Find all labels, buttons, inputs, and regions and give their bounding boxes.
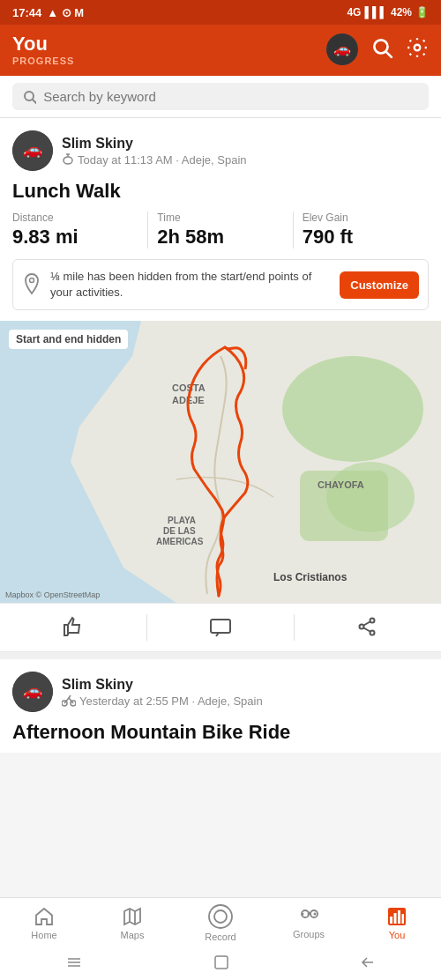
groups-icon	[297, 907, 320, 926]
svg-point-12	[30, 278, 34, 283]
map-svg: COSTA ADEJE PLAYA DE LAS AMERICAS CHAYOF…	[0, 321, 441, 603]
activity-title-2: Afternoon Mountain Bike Ride	[0, 717, 441, 753]
nav-home-label: Home	[31, 930, 56, 940]
stat-divider-2	[293, 212, 294, 249]
svg-text:🚗: 🚗	[23, 681, 43, 701]
notification-icons: ▲ ⊙ M	[47, 6, 84, 19]
svg-point-38	[209, 905, 232, 928]
nav-groups-label: Groups	[293, 929, 325, 939]
svg-text:AMERICAS: AMERICAS	[156, 537, 204, 546]
search-nav-icon[interactable]	[370, 36, 393, 63]
activity-time-1: Today at 11:13 AM · Adeje, Spain	[62, 153, 247, 167]
nav-home[interactable]: Home	[0, 898, 88, 948]
svg-point-9	[64, 157, 72, 164]
top-nav: You PROGRESS 🚗	[0, 25, 441, 76]
svg-point-43	[302, 913, 304, 916]
activity-meta-1: Slim Skiny Today at 11:13 AM · Adeje, Sp…	[62, 136, 247, 167]
svg-point-28	[370, 631, 375, 635]
privacy-text: ⅛ mile has been hidden from the start/en…	[50, 269, 331, 301]
like-button[interactable]	[0, 604, 146, 651]
nav-record-label: Record	[205, 932, 235, 942]
svg-point-44	[314, 913, 317, 916]
android-home[interactable]	[213, 954, 229, 974]
activity-title-1: Lunch Walk	[0, 176, 441, 212]
map-area: COSTA ADEJE PLAYA DE LAS AMERICAS CHAYOF…	[0, 321, 441, 603]
svg-text:🚗: 🚗	[23, 140, 43, 160]
svg-line-6	[33, 100, 36, 103]
svg-point-15	[282, 356, 423, 462]
thumbs-up-icon	[62, 616, 85, 639]
svg-text:Los Cristianos: Los Cristianos	[273, 571, 348, 583]
svg-rect-47	[390, 917, 392, 924]
svg-point-26	[370, 619, 375, 623]
comment-button[interactable]	[147, 604, 294, 651]
svg-rect-54	[215, 956, 228, 969]
search-icon	[23, 90, 36, 104]
status-bar: 17:44 ▲ ⊙ M 4G ▌▌▌ 42% 🔋	[0, 0, 441, 25]
recents-icon	[65, 956, 83, 969]
nav-maps-label: Maps	[121, 930, 145, 940]
android-nav	[0, 948, 441, 980]
svg-rect-49	[398, 910, 400, 924]
bike-icon	[62, 153, 74, 166]
svg-text:PLAYA: PLAYA	[168, 516, 196, 525]
status-right: 4G ▌▌▌ 42% 🔋	[347, 6, 429, 19]
activity-card-2: 🚗 Slim Skiny Yesterday at 2:55 PM · Adej…	[0, 659, 441, 753]
home-icon	[34, 906, 55, 927]
stat-elev: Elev Gain 790 ft	[303, 212, 429, 249]
activity-stats-1: Distance 9.83 mi Time 2h 58m Elev Gain 7…	[0, 212, 441, 259]
activity-meta-2: Slim Skiny Yesterday at 2:55 PM · Adeje,…	[62, 677, 263, 708]
nav-maps[interactable]: Maps	[88, 898, 176, 948]
map-credit: Mapbox © OpenStreetMap	[5, 590, 100, 599]
settings-nav-icon[interactable]	[406, 36, 429, 63]
share-button[interactable]	[295, 604, 441, 651]
status-time: 17:44 ▲ ⊙ M	[12, 6, 84, 19]
nav-subtitle: PROGRESS	[12, 56, 74, 66]
svg-marker-35	[124, 909, 140, 924]
map-label: Start and end hidden	[9, 330, 128, 349]
nav-record[interactable]: Record	[176, 898, 265, 948]
avatar-nav[interactable]: 🚗	[326, 33, 358, 65]
cycling-icon	[62, 694, 76, 707]
map-icon	[122, 906, 143, 927]
svg-point-27	[360, 625, 364, 629]
stat-time: Time 2h 58m	[157, 212, 283, 249]
svg-rect-50	[402, 914, 405, 924]
activity-card-1: 🚗 Slim Skiny Today at 11:13 AM · Adeje, …	[0, 118, 441, 659]
svg-rect-48	[394, 913, 397, 924]
search-inner[interactable]	[12, 83, 429, 110]
svg-rect-25	[211, 620, 230, 633]
share-icon	[356, 616, 379, 639]
search-bar	[0, 76, 441, 118]
avatar-2: 🚗	[12, 672, 53, 712]
back-icon	[360, 956, 376, 969]
nav-you-label: You	[389, 930, 406, 940]
svg-text:CHAYOFA: CHAYOFA	[318, 479, 364, 490]
nav-title: You	[12, 33, 74, 56]
svg-text:DE LAS: DE LAS	[163, 526, 196, 536]
privacy-notice: ⅛ mile has been hidden from the start/en…	[12, 259, 429, 310]
activity-header-2: 🚗 Slim Skiny Yesterday at 2:55 PM · Adej…	[0, 659, 441, 717]
comment-icon	[209, 616, 232, 639]
nav-groups[interactable]: Groups	[265, 898, 353, 948]
android-back[interactable]	[360, 956, 376, 972]
android-home-icon	[213, 954, 229, 970]
svg-text:🚗: 🚗	[333, 41, 351, 57]
svg-point-39	[214, 910, 227, 923]
nav-you[interactable]: You	[353, 898, 441, 948]
stat-divider-1	[147, 212, 148, 249]
record-icon	[208, 904, 233, 929]
avatar-1: 🚗	[12, 130, 53, 171]
svg-point-45	[308, 913, 310, 916]
svg-line-30	[364, 628, 370, 632]
location-icon	[22, 272, 41, 297]
customize-button[interactable]: Customize	[340, 271, 419, 299]
android-recents[interactable]	[65, 956, 83, 972]
svg-point-4	[415, 45, 421, 51]
you-icon	[386, 906, 407, 927]
activity-user-1: Slim Skiny	[62, 136, 247, 152]
top-nav-icons: 🚗	[326, 33, 429, 65]
feed: 🚗 Slim Skiny Today at 11:13 AM · Adeje, …	[0, 118, 441, 753]
svg-line-29	[364, 622, 370, 626]
search-input[interactable]	[43, 89, 418, 104]
